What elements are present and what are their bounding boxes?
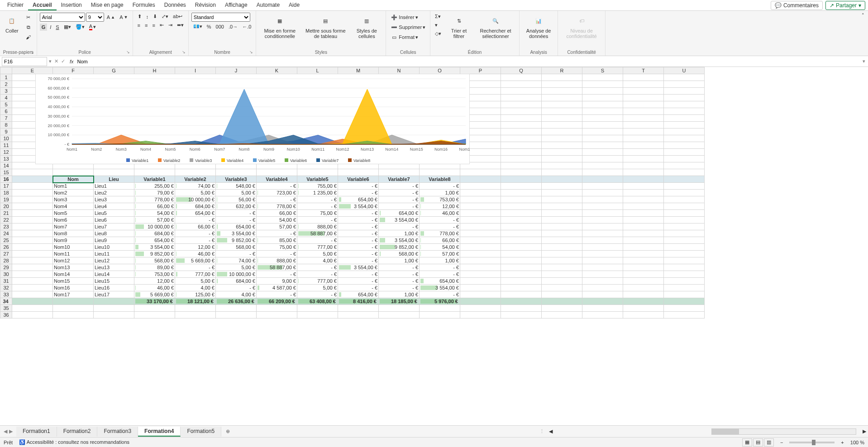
cell[interactable] (664, 183, 705, 190)
cell[interactable] (501, 285, 542, 291)
cell[interactable]: 75,00 € (297, 210, 338, 217)
paste-button[interactable]: 📋 Coller (3, 13, 21, 35)
cell[interactable] (664, 176, 705, 183)
cell[interactable]: Lieu4 (94, 203, 134, 210)
borders-button[interactable]: ▦▾ (62, 23, 73, 31)
cell[interactable]: 33 170,00 € (134, 298, 175, 305)
sensitivity-button[interactable]: 🏷Niveau de confidentialité (561, 13, 602, 41)
cell[interactable] (664, 312, 705, 319)
cell[interactable] (664, 88, 705, 95)
cell[interactable] (664, 122, 705, 128)
zoom-slider[interactable] (789, 442, 835, 443)
cell[interactable] (623, 203, 664, 210)
enter-formula-button[interactable]: ✓ (61, 58, 65, 64)
cell[interactable] (582, 291, 623, 298)
cell[interactable]: 568,00 € (216, 244, 257, 251)
cell[interactable] (542, 149, 582, 156)
cell[interactable] (542, 271, 582, 278)
cell[interactable] (582, 108, 623, 115)
cell[interactable] (460, 217, 501, 224)
cell[interactable]: - € (297, 237, 338, 244)
sort-filter-button[interactable]: ⇅Trier et filtrer (445, 13, 473, 41)
increase-decimal-button[interactable]: .0→ (227, 23, 239, 30)
cell[interactable]: Nom12 (53, 257, 94, 264)
cell[interactable]: 58 887,00 € (257, 264, 297, 271)
cell[interactable] (542, 291, 582, 298)
cell[interactable] (501, 183, 542, 190)
cut-button[interactable]: ✂ (23, 13, 34, 22)
cell[interactable]: 3 554,00 € (379, 217, 420, 224)
cell[interactable]: 12,00 € (175, 244, 216, 251)
cell[interactable]: - € (338, 237, 379, 244)
cell[interactable]: 57,00 € (257, 224, 297, 230)
cell[interactable]: Lieu1 (94, 183, 134, 190)
cell[interactable] (501, 81, 542, 88)
cell[interactable]: 684,00 € (175, 203, 216, 210)
cell[interactable]: Lieu (94, 176, 134, 183)
cell[interactable]: 9 852,00 € (216, 237, 257, 244)
cell[interactable]: Variable2 (175, 176, 216, 183)
conditional-formatting-button[interactable]: ▦Mise en forme conditionnelle (259, 13, 300, 41)
cell[interactable]: Nom (53, 176, 94, 183)
cell[interactable] (501, 128, 542, 135)
cell[interactable] (134, 312, 175, 319)
cell[interactable]: Lieu17 (94, 291, 134, 298)
row-header[interactable]: 16 (0, 176, 12, 183)
next-sheet-button[interactable]: ▶ (9, 428, 13, 434)
cell[interactable]: Nom4 (53, 203, 94, 210)
wrap-text-button[interactable]: ab↩ (171, 13, 184, 20)
cell[interactable] (12, 176, 53, 183)
row-header[interactable]: 17 (0, 183, 12, 190)
row-header[interactable]: 32 (0, 285, 12, 291)
decrease-font-button[interactable]: A▼ (118, 14, 129, 21)
align-center-button[interactable]: ≡ (143, 22, 149, 29)
cell[interactable]: - € (297, 271, 338, 278)
cell[interactable] (460, 278, 501, 285)
cell[interactable] (338, 312, 379, 319)
cell[interactable] (623, 183, 664, 190)
cell[interactable]: 755,00 € (297, 183, 338, 190)
column-header[interactable]: N (379, 67, 420, 74)
cell[interactable]: 4,00 € (297, 257, 338, 264)
cell[interactable] (664, 237, 705, 244)
cell[interactable] (501, 251, 542, 257)
menu-tab-accueil[interactable]: Accueil (28, 0, 57, 10)
cell[interactable] (542, 285, 582, 291)
clear-button[interactable]: ◇▾ (433, 30, 443, 38)
cell[interactable] (623, 271, 664, 278)
cell[interactable]: 3 554,00 € (338, 203, 379, 210)
cell[interactable]: 568,00 € (134, 257, 175, 264)
sheet-tab-formation5[interactable]: Formation5 (181, 427, 221, 437)
cell[interactable] (134, 169, 175, 176)
cell[interactable] (542, 115, 582, 122)
cell[interactable] (53, 312, 94, 319)
cell[interactable]: 66,00 € (175, 224, 216, 230)
cell[interactable] (664, 271, 705, 278)
fill-color-button[interactable]: 🪣▾ (74, 23, 86, 31)
row-header[interactable]: 23 (0, 224, 12, 230)
cell[interactable]: - € (297, 203, 338, 210)
cell[interactable] (623, 115, 664, 122)
cell[interactable]: Lieu14 (94, 271, 134, 278)
cell[interactable]: 10 000,00 € (216, 271, 257, 278)
cell[interactable]: 46,00 € (175, 251, 216, 257)
cell[interactable] (623, 156, 664, 162)
column-header[interactable]: E (12, 67, 53, 74)
cell[interactable] (297, 305, 338, 312)
cell[interactable]: 9 852,00 € (379, 244, 420, 251)
cell[interactable]: Lieu11 (94, 251, 134, 257)
zoom-level[interactable]: 100 % (850, 440, 864, 445)
cell[interactable]: Lieu13 (94, 264, 134, 271)
cell[interactable] (623, 128, 664, 135)
cell[interactable] (12, 264, 53, 271)
cell[interactable]: Nom7 (53, 224, 94, 230)
cell[interactable]: Nom3 (53, 196, 94, 203)
column-header[interactable]: L (297, 67, 338, 74)
cell[interactable]: - € (420, 217, 460, 224)
cell[interactable] (582, 142, 623, 149)
cell[interactable] (12, 237, 53, 244)
cell[interactable]: 56,00 € (216, 196, 257, 203)
cell[interactable] (460, 224, 501, 230)
dialog-launcher-icon[interactable]: ↘ (182, 50, 186, 54)
cell[interactable]: 8 416,00 € (338, 298, 379, 305)
